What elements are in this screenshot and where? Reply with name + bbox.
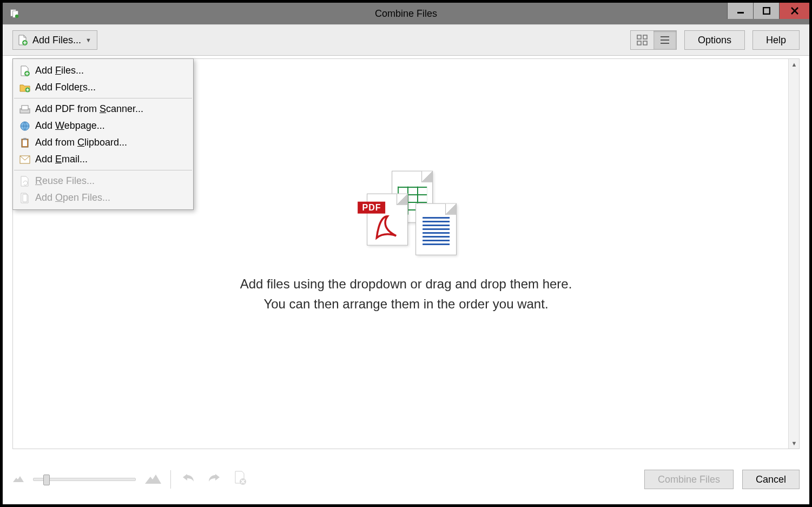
maximize-button[interactable] — [753, 3, 779, 19]
empty-state-line2: You can then arrange them in the order y… — [240, 294, 572, 314]
page-plus-icon — [17, 35, 28, 45]
menu-label: Add Open Files... — [35, 192, 110, 203]
menu-add-scanner[interactable]: Add PDF from Scanner... — [13, 101, 193, 117]
app-icon — [8, 7, 21, 20]
menu-label: Reuse Files... — [35, 175, 95, 187]
svg-rect-3 — [737, 12, 744, 14]
menu-add-clipboard[interactable]: Add from Clipboard... — [13, 134, 193, 151]
toolbar: Add Files... ▼ Options Help — [3, 24, 809, 56]
menu-label: Add from Clipboard... — [35, 137, 127, 148]
pdf-badge: PDF — [358, 202, 385, 214]
webpage-icon — [19, 121, 30, 131]
menu-add-open-files: Add Open Files... — [13, 189, 193, 206]
minimize-button[interactable] — [727, 3, 753, 19]
vertical-scrollbar[interactable]: ▲ ▼ — [788, 59, 799, 449]
slider-thumb[interactable] — [43, 475, 50, 485]
scroll-up-arrow[interactable]: ▲ — [789, 59, 800, 70]
thumbnail-size-slider[interactable] — [33, 478, 136, 481]
menu-add-files[interactable]: Add Files... — [13, 62, 193, 79]
menu-label: Add Files... — [35, 65, 84, 76]
menu-label: Add Webpage... — [35, 120, 105, 131]
menu-add-webpage[interactable]: Add Webpage... — [13, 117, 193, 134]
footer: Combine Files Cancel — [12, 464, 800, 495]
undo-button[interactable] — [180, 472, 197, 487]
menu-add-folders[interactable]: Add Folders... — [13, 79, 193, 96]
add-files-menu: Add Files... Add Folders... Add PDF from… — [12, 58, 194, 210]
folder-plus-icon — [19, 82, 30, 93]
svg-rect-11 — [643, 41, 647, 45]
svg-point-2 — [15, 15, 19, 18]
email-icon — [19, 154, 30, 165]
combine-files-button: Combine Files — [644, 470, 734, 489]
add-files-dropdown-button[interactable]: Add Files... ▼ — [12, 30, 97, 50]
grid-view-icon — [636, 34, 648, 46]
menu-separator — [14, 170, 192, 170]
titlebar: Combine Files — [3, 3, 809, 24]
redo-button[interactable] — [206, 472, 223, 487]
empty-state: PDF Add files using the dropdown or drag… — [240, 171, 572, 314]
svg-rect-21 — [23, 140, 27, 146]
add-files-label: Add Files... — [32, 35, 81, 46]
svg-rect-8 — [637, 35, 641, 39]
open-files-icon — [19, 193, 30, 203]
divider — [170, 470, 171, 489]
text-doc-icon — [415, 203, 457, 255]
menu-separator — [14, 98, 192, 98]
thumbnail-view-button[interactable] — [631, 31, 653, 49]
thumbnail-large-icon — [144, 472, 162, 486]
pdf-doc-icon: PDF — [367, 194, 408, 246]
menu-label: Add Folders... — [35, 82, 96, 93]
scanner-icon — [19, 104, 30, 115]
options-button[interactable]: Options — [684, 30, 745, 50]
cancel-button[interactable]: Cancel — [742, 470, 800, 489]
list-view-button[interactable] — [653, 31, 676, 49]
svg-rect-18 — [22, 106, 28, 110]
menu-reuse-files: Reuse Files... — [13, 173, 193, 189]
clipboard-icon — [19, 137, 30, 148]
window-title: Combine Files — [3, 8, 809, 19]
menu-label: Add PDF from Scanner... — [35, 103, 143, 115]
chevron-down-icon: ▼ — [85, 37, 91, 43]
svg-rect-9 — [643, 35, 647, 39]
menu-label: Add Email... — [35, 154, 88, 165]
help-button[interactable]: Help — [752, 30, 800, 50]
page-plus-icon — [19, 65, 30, 76]
view-toggle — [630, 30, 677, 50]
empty-state-line1: Add files using the dropdown or drag and… — [240, 274, 572, 294]
reuse-files-icon — [19, 176, 30, 187]
close-button[interactable] — [779, 3, 809, 19]
menu-add-email[interactable]: Add Email... — [13, 151, 193, 168]
svg-rect-22 — [23, 138, 27, 140]
window-controls — [727, 3, 809, 19]
svg-rect-4 — [763, 8, 770, 14]
svg-rect-10 — [637, 41, 641, 45]
list-view-icon — [659, 34, 671, 46]
remove-file-button[interactable] — [232, 471, 249, 488]
document-icons: PDF — [352, 171, 460, 263]
thumbnail-small-icon — [12, 474, 24, 485]
scroll-down-arrow[interactable]: ▼ — [789, 438, 800, 449]
